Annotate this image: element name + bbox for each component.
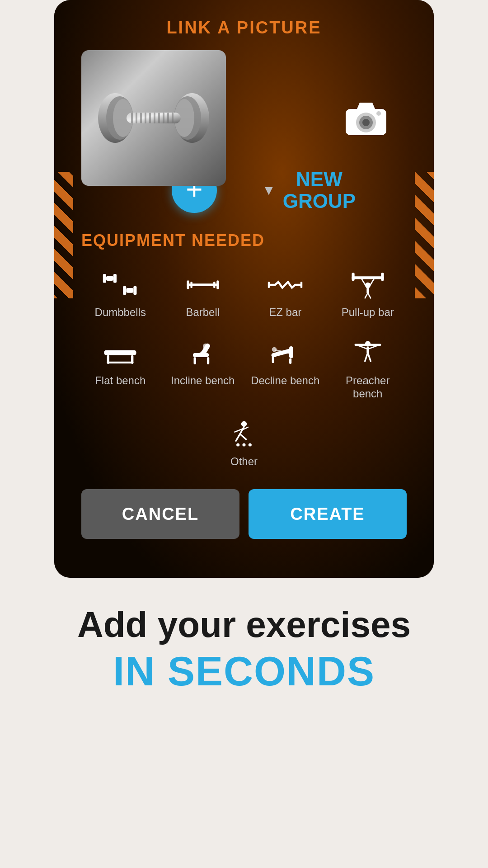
incline-bench-label: Incline bench: [171, 374, 235, 387]
equipment-section-title: EQUIPMENT NEEDED: [81, 231, 407, 250]
equipment-item-dumbbells[interactable]: Dumbbells: [81, 264, 160, 324]
preacher-bench-label: Preacher bench: [331, 374, 405, 401]
svg-point-52: [203, 343, 208, 349]
new-group-area: ▼ NEWGROUP: [262, 169, 356, 212]
svg-rect-44: [104, 350, 136, 355]
svg-point-20: [362, 119, 370, 126]
svg-point-75: [249, 443, 252, 447]
decline-bench-label: Decline bench: [251, 374, 319, 387]
ez-bar-label: EZ bar: [269, 306, 301, 319]
svg-rect-24: [113, 274, 117, 283]
create-button[interactable]: CREATE: [249, 489, 407, 539]
svg-rect-14: [163, 113, 164, 123]
svg-rect-55: [289, 346, 293, 359]
equipment-item-pull-up-bar[interactable]: Pull-up bar: [329, 264, 407, 324]
equipment-item-preacher-bench[interactable]: Preacher bench: [329, 333, 407, 405]
dumbbells-label: Dumbbells: [95, 306, 146, 319]
equipment-grid: Dumbbells Barbell: [81, 264, 407, 405]
svg-line-65: [365, 354, 367, 361]
svg-line-66: [368, 354, 371, 361]
svg-point-73: [236, 443, 239, 447]
svg-line-43: [368, 294, 371, 298]
svg-rect-26: [127, 288, 134, 293]
svg-line-62: [358, 345, 367, 349]
svg-rect-37: [381, 273, 384, 281]
ez-bar-icon: [267, 269, 303, 301]
svg-rect-56: [272, 356, 274, 363]
svg-rect-12: [154, 113, 155, 123]
flat-bench-icon: [102, 337, 138, 369]
svg-line-71: [236, 434, 240, 441]
barbell-icon: [185, 269, 221, 301]
svg-rect-13: [158, 113, 160, 123]
svg-rect-31: [216, 280, 219, 289]
svg-rect-33: [268, 282, 270, 288]
camera-icon[interactable]: [343, 98, 389, 138]
svg-rect-22: [103, 274, 106, 283]
pull-up-bar-label: Pull-up bar: [342, 306, 394, 319]
svg-rect-57: [289, 358, 291, 363]
svg-rect-29: [187, 280, 189, 289]
picture-row: [81, 50, 407, 186]
svg-rect-23: [106, 276, 113, 281]
svg-line-63: [369, 345, 378, 349]
dumbbells-icon: [102, 269, 138, 301]
preacher-bench-icon: [350, 337, 386, 369]
svg-rect-25: [123, 286, 126, 295]
svg-rect-50: [193, 357, 196, 364]
equipment-item-other[interactable]: Other: [224, 414, 264, 473]
svg-rect-7: [131, 113, 133, 123]
svg-point-21: [376, 111, 381, 116]
svg-rect-34: [300, 282, 302, 288]
svg-rect-36: [352, 273, 354, 281]
svg-rect-8: [136, 113, 137, 123]
svg-point-58: [272, 347, 277, 352]
stripe-right-decoration: [415, 172, 434, 298]
new-group-label[interactable]: NEWGROUP: [283, 169, 356, 212]
decline-bench-icon: [267, 337, 303, 369]
svg-rect-61: [366, 347, 369, 354]
svg-rect-35: [352, 276, 384, 279]
incline-bench-icon: [185, 337, 221, 369]
link-picture-title: LINK A PICTURE: [81, 18, 407, 38]
dumbbell-thumbnail[interactable]: [81, 50, 226, 186]
equipment-item-ez-bar[interactable]: EZ bar: [246, 264, 324, 324]
svg-rect-10: [145, 113, 146, 123]
bottom-buttons: CANCEL CREATE: [81, 489, 407, 539]
svg-point-74: [242, 443, 245, 447]
flat-bench-label: Flat bench: [95, 374, 145, 387]
svg-rect-30: [190, 282, 192, 288]
svg-rect-47: [107, 361, 134, 363]
cancel-button[interactable]: CANCEL: [81, 489, 239, 539]
camera-icon-wrap[interactable]: [343, 98, 389, 138]
equipment-item-flat-bench[interactable]: Flat bench: [81, 333, 160, 405]
dropdown-arrow-icon[interactable]: ▼: [262, 183, 276, 198]
svg-line-42: [365, 294, 367, 298]
svg-rect-27: [134, 286, 137, 295]
phone-card: LINK A PICTURE: [54, 0, 434, 578]
svg-line-72: [240, 434, 246, 439]
svg-point-67: [241, 421, 247, 427]
promo-accent-text: IN SECONDS: [18, 649, 470, 694]
equipment-item-barbell[interactable]: Barbell: [164, 264, 242, 324]
svg-rect-9: [140, 113, 142, 123]
promo-section: Add your exercises IN SECONDS: [0, 578, 488, 730]
svg-rect-16: [172, 113, 174, 123]
pull-up-bar-icon: [350, 269, 386, 301]
svg-rect-11: [149, 113, 151, 123]
other-icon: [226, 418, 262, 450]
svg-rect-51: [207, 357, 209, 364]
other-row: Other: [81, 414, 407, 473]
other-label: Other: [230, 455, 258, 468]
svg-rect-15: [167, 113, 169, 123]
equipment-item-incline-bench[interactable]: Incline bench: [164, 333, 242, 405]
promo-main-text: Add your exercises: [18, 605, 470, 645]
equipment-item-decline-bench[interactable]: Decline bench: [246, 333, 324, 405]
svg-rect-32: [213, 282, 215, 288]
svg-rect-64: [354, 344, 381, 345]
stripe-left-decoration: [54, 172, 73, 298]
barbell-label: Barbell: [186, 306, 220, 319]
